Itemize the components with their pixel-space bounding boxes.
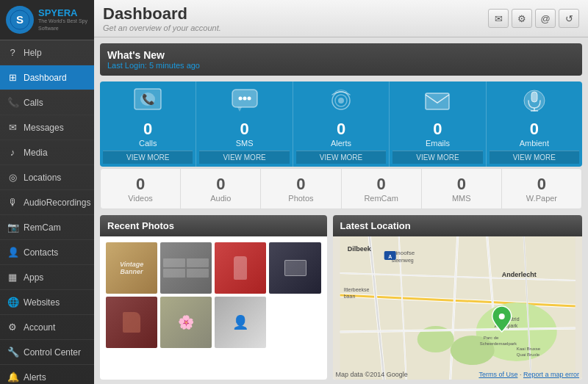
sidebar-label-alerts: Alerts bbox=[24, 372, 46, 383]
svg-text:A: A bbox=[388, 254, 392, 259]
stats-blue-row: 📞 0 Calls VIEW MORE 0 bbox=[100, 81, 582, 167]
sms-viewmore-button[interactable]: VIEW MORE bbox=[199, 151, 289, 164]
whats-new-title: What's New bbox=[107, 49, 575, 61]
alerts-count: 0 bbox=[337, 120, 345, 139]
contacts-icon: 👤 bbox=[7, 247, 18, 258]
stat-wpaper: 0 W.Paper bbox=[502, 169, 581, 209]
photo-thumb-3[interactable] bbox=[215, 242, 266, 294]
photo-thumb-6[interactable]: 🌸 bbox=[160, 297, 212, 348]
calls-icon: 📞 bbox=[7, 97, 18, 108]
svg-text:Itterbeekse: Itterbeekse bbox=[343, 287, 369, 292]
sidebar-item-dashboard[interactable]: ⊞ Dashboard bbox=[0, 65, 94, 90]
svg-point-28 bbox=[450, 336, 494, 365]
mms-count: 0 bbox=[457, 175, 466, 194]
stat-mms: 0 MMS bbox=[422, 169, 502, 209]
photos-count: 0 bbox=[296, 175, 305, 194]
ambient-stat-icon bbox=[520, 87, 549, 118]
remcam-count: 0 bbox=[376, 175, 385, 194]
audiorecordings-icon: 🎙 bbox=[7, 197, 18, 208]
stat-emails: 0 Emails VIEW MORE bbox=[390, 81, 486, 167]
sidebar-label-media: Media bbox=[24, 148, 48, 158]
sidebar-item-contacts[interactable]: 👤 Contacts bbox=[0, 240, 94, 265]
ambient-count: 0 bbox=[530, 120, 539, 139]
sidebar-label-audiorecordings: AudioRecordings bbox=[24, 198, 90, 208]
emails-label: Emails bbox=[426, 139, 450, 148]
sidebar-item-controlcenter[interactable]: 🔧 Control Center bbox=[0, 340, 94, 365]
emails-stat-icon bbox=[423, 87, 452, 118]
sidebar-label-remcam: RemCam bbox=[24, 222, 61, 233]
sidebar-item-apps[interactable]: ▦ Apps bbox=[0, 265, 94, 290]
account-icon: ⚙ bbox=[7, 322, 18, 333]
sidebar-label-apps: Apps bbox=[24, 272, 43, 283]
photo-thumb-4[interactable] bbox=[269, 242, 320, 294]
alerts-label: Alerts bbox=[331, 139, 351, 148]
alerts-viewmore-button[interactable]: VIEW MORE bbox=[296, 151, 386, 164]
photo-thumb-5[interactable] bbox=[106, 297, 157, 348]
wpaper-label: W.Paper bbox=[526, 194, 557, 203]
settings-header-button[interactable]: ⚙ bbox=[512, 9, 532, 28]
report-error-link[interactable]: Report a map error bbox=[523, 371, 579, 378]
stat-photos: 0 Photos bbox=[261, 169, 341, 209]
sidebar-item-account[interactable]: ⚙ Account bbox=[0, 315, 94, 340]
emails-count: 0 bbox=[433, 120, 442, 139]
email-header-button[interactable]: ✉ bbox=[488, 9, 509, 28]
sidebar-item-help[interactable]: ? Help bbox=[0, 40, 94, 65]
bottom-panels: Recent Photos VintageBanner bbox=[100, 215, 582, 380]
sidebar-item-websites[interactable]: 🌐 Websites bbox=[0, 290, 94, 315]
alerts-icon: 🔔 bbox=[7, 372, 18, 383]
logo-area: S spyera The World's Best Spy Software bbox=[0, 0, 94, 40]
stat-sms: 0 SMS VIEW MORE bbox=[196, 81, 293, 167]
svg-text:Kaai Bruxse: Kaai Bruxse bbox=[516, 347, 540, 351]
at-header-button[interactable]: @ bbox=[535, 9, 556, 28]
last-login-time: 5 minutes ago bbox=[149, 61, 200, 70]
stat-audio: 0 Audio bbox=[181, 169, 261, 209]
stat-remcam: 0 RemCam bbox=[342, 169, 422, 209]
stat-alerts: 0 Alerts VIEW MORE bbox=[293, 81, 390, 167]
stats-gray-row: 0 Videos 0 Audio 0 Photos 0 RemCam 0 MMS… bbox=[100, 168, 582, 209]
map-area[interactable]: Ninoofse steenweg Itterbeekse baan Ander… bbox=[333, 236, 582, 380]
calls-count: 0 bbox=[143, 120, 152, 139]
page-subtitle: Get an overview of your account. bbox=[103, 23, 221, 32]
svg-text:Parc de: Parc de bbox=[483, 336, 498, 340]
top-header: Dashboard Get an overview of your accoun… bbox=[94, 0, 588, 37]
stat-ambient: 0 Ambient VIEW MORE bbox=[487, 81, 582, 167]
map-terms: Terms of Use · Report a map error bbox=[478, 371, 579, 378]
wpaper-count: 0 bbox=[537, 175, 546, 194]
ambient-viewmore-button[interactable]: VIEW MORE bbox=[490, 151, 579, 164]
sidebar-label-messages: Messages bbox=[24, 123, 64, 133]
last-login-label: Last Login: bbox=[107, 61, 147, 70]
remcam-icon: 📷 bbox=[7, 222, 18, 233]
sidebar-label-account: Account bbox=[24, 322, 55, 333]
sidebar-item-messages[interactable]: ✉ Messages bbox=[0, 115, 94, 140]
remcam-label: RemCam bbox=[364, 194, 398, 203]
sidebar-item-calls[interactable]: 📞 Calls bbox=[0, 90, 94, 115]
sidebar-label-controlcenter: Control Center bbox=[24, 347, 81, 358]
at-icon: @ bbox=[540, 13, 550, 24]
photo-thumb-7[interactable]: 👤 bbox=[215, 297, 266, 348]
photo-thumb-2[interactable] bbox=[160, 242, 212, 294]
sidebar-item-media[interactable]: ♪ Media bbox=[0, 140, 94, 165]
emails-viewmore-button[interactable]: VIEW MORE bbox=[392, 151, 482, 164]
svg-point-8 bbox=[243, 97, 246, 101]
sidebar-item-remcam[interactable]: 📷 RemCam bbox=[0, 215, 94, 240]
sidebar-item-alerts[interactable]: 🔔 Alerts bbox=[0, 365, 94, 384]
sms-stat-icon bbox=[230, 87, 259, 118]
refresh-header-button[interactable]: ↺ bbox=[559, 9, 579, 28]
logo-tagline: The World's Best Spy Software bbox=[38, 18, 88, 31]
svg-text:📞: 📞 bbox=[142, 93, 155, 106]
svg-text:Anderlecht: Anderlecht bbox=[501, 271, 536, 278]
photo-thumb-1[interactable]: VintageBanner bbox=[106, 242, 157, 294]
svg-point-7 bbox=[238, 97, 242, 101]
sidebar-item-audiorecordings[interactable]: 🎙 AudioRecordings bbox=[0, 190, 94, 215]
svg-text:Scheerdemaelpark: Scheerdemaelpark bbox=[479, 341, 517, 346]
calls-viewmore-button[interactable]: VIEW MORE bbox=[103, 151, 193, 164]
alerts-stat-icon bbox=[326, 87, 356, 118]
svg-point-12 bbox=[338, 98, 344, 104]
calls-stat-icon: 📞 bbox=[133, 87, 162, 118]
sidebar-item-locations[interactable]: ◎ Locations bbox=[0, 165, 94, 190]
terms-link[interactable]: Terms of Use bbox=[478, 371, 517, 378]
sidebar-label-calls: Calls bbox=[24, 98, 43, 108]
last-login: Last Login: 5 minutes ago bbox=[107, 61, 575, 70]
locations-icon: ◎ bbox=[7, 172, 18, 183]
svg-rect-15 bbox=[531, 92, 537, 102]
